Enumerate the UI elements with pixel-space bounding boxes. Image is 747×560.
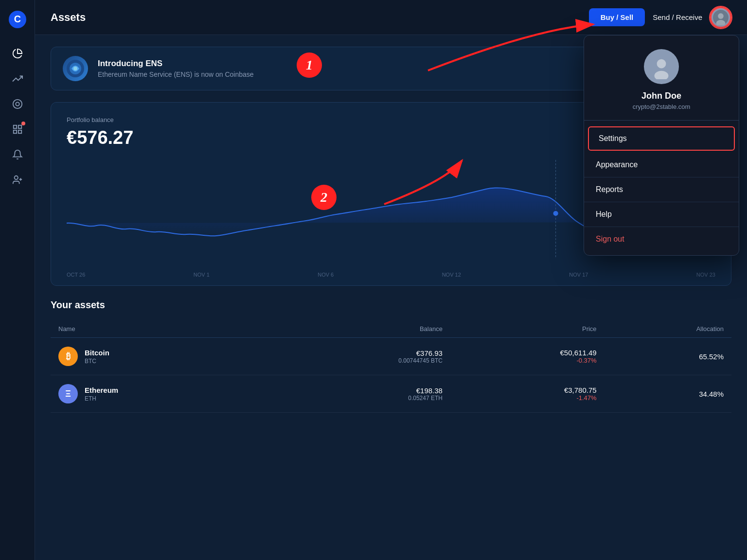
- sidebar-item-alerts[interactable]: [7, 144, 28, 165]
- page-title: Assets: [51, 11, 589, 24]
- chart-date-2: NOV 1: [194, 272, 210, 278]
- asset-name: Bitcoin: [85, 349, 109, 357]
- asset-icon-eth: Ξ: [58, 384, 78, 403]
- banner-icon: [63, 56, 88, 81]
- sidebar-item-portfolio[interactable]: [7, 43, 28, 64]
- table-header-row: Name Balance Price Allocation: [51, 320, 731, 338]
- svg-point-20: [657, 59, 666, 69]
- notification-badge: [21, 122, 25, 125]
- sidebar-item-exchange[interactable]: [7, 93, 28, 115]
- asset-allocation: 34.48%: [699, 390, 724, 398]
- dropdown-item-settings[interactable]: Settings: [588, 126, 735, 151]
- chart-date-5: NOV 17: [569, 272, 588, 278]
- sidebar-item-grid[interactable]: [7, 119, 28, 140]
- sidebar-item-trending[interactable]: [7, 68, 28, 89]
- asset-balance-crypto: 0.00744745 BTC: [282, 357, 443, 364]
- asset-price-change: -0.37%: [458, 357, 597, 364]
- svg-point-8: [14, 176, 18, 179]
- chart-date-4: NOV 12: [442, 272, 461, 278]
- dropdown-user-email: crypto@2stable.com: [633, 103, 691, 110]
- svg-rect-6: [13, 130, 16, 133]
- svg-rect-5: [18, 125, 21, 128]
- col-balance: Balance: [274, 320, 450, 338]
- dropdown-user-name: John Doe: [641, 91, 681, 101]
- assets-table: Name Balance Price Allocation ₿ Bitcoin …: [51, 320, 731, 413]
- svg-text:C: C: [14, 14, 20, 24]
- asset-balance-eur: €376.93: [282, 349, 443, 357]
- buy-sell-button[interactable]: Buy / Sell: [589, 8, 645, 26]
- header: Assets Buy / Sell Send / Receive: [35, 0, 747, 35]
- sidebar-item-people[interactable]: [7, 169, 28, 191]
- chart-dates: OCT 26 NOV 1 NOV 6 NOV 12 NOV 17 NOV 23: [67, 267, 715, 285]
- assets-section: Your assets Name Balance Price Allocatio…: [51, 299, 731, 413]
- asset-icon-btc: ₿: [58, 347, 78, 366]
- svg-point-12: [718, 13, 724, 19]
- dropdown-item-signout[interactable]: Sign out: [584, 227, 739, 251]
- svg-rect-7: [18, 130, 21, 133]
- asset-price: €50,611.49: [458, 349, 597, 357]
- dropdown-item-appearance[interactable]: Appearance: [584, 153, 739, 177]
- app-logo[interactable]: C: [8, 10, 27, 29]
- assets-title: Your assets: [51, 299, 731, 311]
- header-actions: Buy / Sell Send / Receive: [589, 7, 731, 28]
- asset-allocation: 65.52%: [699, 352, 724, 361]
- asset-name-cell: Ξ Ethereum ETH: [58, 384, 266, 403]
- send-receive-button[interactable]: Send / Receive: [653, 13, 702, 21]
- asset-name-cell: ₿ Bitcoin BTC: [58, 347, 266, 366]
- asset-ticker: BTC: [85, 358, 109, 365]
- col-name: Name: [51, 320, 274, 338]
- chart-date-3: NOV 6: [318, 272, 334, 278]
- dropdown-item-reports[interactable]: Reports: [584, 177, 739, 202]
- asset-balance-crypto: 0.05247 ETH: [282, 395, 443, 402]
- banner-title: Introducing ENS: [98, 59, 254, 69]
- dropdown-item-help[interactable]: Help: [584, 202, 739, 227]
- sidebar: C: [0, 0, 35, 560]
- svg-point-18: [553, 211, 558, 216]
- dropdown-header: John Doe crypto@2stable.com: [584, 35, 739, 121]
- user-dropdown-menu: John Doe crypto@2stable.com Settings App…: [584, 35, 739, 256]
- chart-date-6: NOV 23: [696, 272, 715, 278]
- asset-ticker: ETH: [85, 395, 118, 402]
- col-allocation: Allocation: [605, 320, 731, 338]
- chart-date-1: OCT 26: [67, 272, 85, 278]
- table-row[interactable]: Ξ Ethereum ETH €198.38 0.05247 ETH €3,78…: [51, 375, 731, 413]
- svg-point-3: [16, 102, 19, 105]
- svg-rect-4: [13, 125, 16, 128]
- asset-price-change: -1.47%: [458, 394, 597, 402]
- asset-price: €3,780.75: [458, 386, 597, 394]
- asset-name: Ethereum: [85, 386, 118, 394]
- dropdown-items: Settings Appearance Reports Help Sign ou…: [584, 121, 739, 255]
- col-price: Price: [450, 320, 605, 338]
- banner-text: Introducing ENS Ethereum Name Service (E…: [98, 59, 254, 78]
- banner-subtitle: Ethereum Name Service (ENS) is now on Co…: [98, 70, 254, 78]
- svg-point-16: [73, 67, 77, 70]
- asset-balance-eur: €198.38: [282, 386, 443, 395]
- dropdown-avatar: [644, 49, 679, 84]
- svg-point-2: [13, 100, 21, 108]
- user-avatar-button[interactable]: [710, 7, 731, 28]
- table-row[interactable]: ₿ Bitcoin BTC €376.93 0.00744745 BTC €50…: [51, 338, 731, 375]
